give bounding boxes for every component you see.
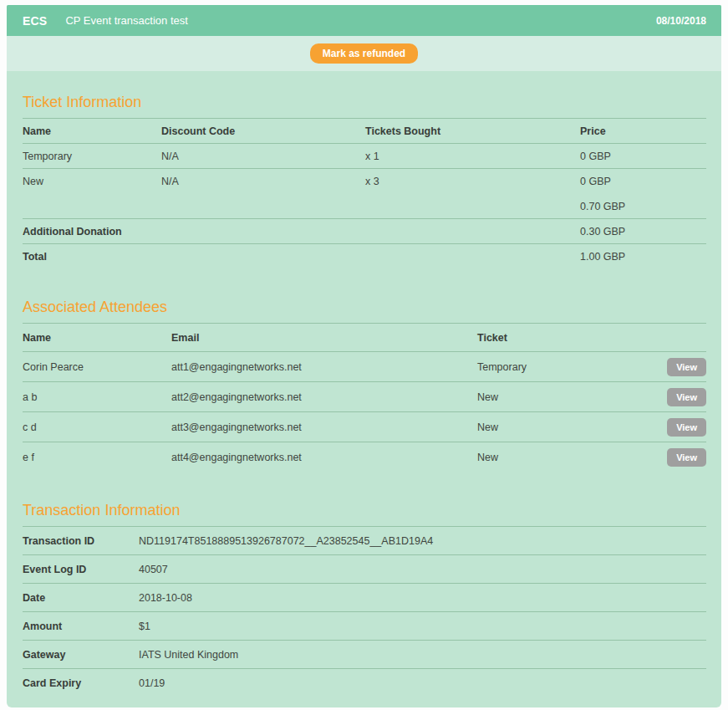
view-attendee-button[interactable]: View (667, 358, 706, 376)
table-row: 0.70 GBP (23, 194, 706, 219)
attendee-row: a b att2@engagingnetworks.net New View (23, 382, 706, 412)
attendee-row: e f att4@engagingnetworks.net New View (23, 442, 706, 472)
attendees-table-header-row: Name Email Ticket (23, 324, 706, 352)
attendee-row: c d att3@engagingnetworks.net New View (23, 412, 706, 442)
additional-donation-label: Additional Donation (23, 226, 580, 238)
view-attendee-button[interactable]: View (667, 448, 706, 467)
app-logo: ECS (23, 14, 47, 28)
transaction-information-section: Transaction Information Transaction ID N… (23, 472, 706, 697)
card-expiry-row: Card Expiry 01/19 (23, 669, 706, 697)
total-label: Total (23, 251, 580, 263)
attendee-email: att4@engagingnetworks.net (171, 452, 477, 463)
associated-attendees-section: Associated Attendees Name Email Ticket C… (23, 269, 706, 472)
additional-donation-row: Additional Donation 0.30 GBP (23, 219, 706, 244)
attendee-ticket: Temporary (477, 361, 653, 373)
total-price: 1.00 GBP (580, 251, 706, 263)
table-row: Temporary N/A x 1 0 GBP (23, 144, 706, 169)
attendee-name: Corin Pearce (23, 361, 171, 373)
total-row: Total 1.00 GBP (23, 244, 706, 269)
transaction-detail-panel: ECS CP Event transaction test 08/10/2018… (7, 5, 721, 707)
card-expiry-value: 01/19 (139, 677, 706, 689)
attendee-row: Corin Pearce att1@engagingnetworks.net T… (23, 352, 706, 382)
attendee-ticket: New (477, 452, 653, 463)
ticket-information-section: Ticket Information Name Discount Code Ti… (23, 71, 706, 269)
column-header-name: Name (23, 125, 161, 137)
attendee-name: c d (23, 421, 171, 433)
event-log-id-row: Event Log ID 40507 (23, 555, 706, 584)
ticket-quantity: x 3 (365, 176, 580, 187)
attendee-email: att3@engagingnetworks.net (171, 421, 477, 433)
ticket-discount-code: N/A (161, 176, 365, 187)
date-label: Date (23, 592, 139, 604)
ticket-price: 0 GBP (580, 176, 706, 187)
transaction-information-heading: Transaction Information (23, 472, 706, 527)
associated-attendees-heading: Associated Attendees (23, 269, 706, 324)
amount-value: $1 (139, 621, 706, 632)
transaction-id-label: Transaction ID (23, 535, 139, 547)
additional-donation-price: 0.30 GBP (580, 226, 706, 238)
attendee-name: e f (23, 452, 171, 463)
column-header-ticket: Ticket (477, 332, 653, 344)
transaction-id-value: ND119174T8518889513926787072__A23852545_… (139, 535, 706, 547)
attendee-name: a b (23, 391, 171, 403)
column-header-name: Name (23, 332, 171, 344)
attendee-email: att2@engagingnetworks.net (171, 391, 477, 403)
column-header-discount-code: Discount Code (161, 125, 365, 137)
ticket-quantity: x 1 (365, 151, 580, 162)
ticket-name: New (23, 176, 161, 187)
ticket-discount-code: N/A (161, 151, 365, 162)
gateway-label: Gateway (23, 649, 139, 661)
attendee-ticket: New (477, 391, 653, 403)
amount-row: Amount $1 (23, 612, 706, 641)
transaction-id-row: Transaction ID ND119174T8518889513926787… (23, 527, 706, 555)
action-toolbar: Mark as refunded (7, 36, 721, 71)
ticket-price: 0 GBP (580, 151, 706, 162)
amount-label: Amount (23, 621, 139, 632)
event-log-id-label: Event Log ID (23, 564, 139, 575)
card-expiry-label: Card Expiry (23, 677, 139, 689)
ticket-name: Temporary (23, 151, 161, 162)
table-row: New N/A x 3 0 GBP (23, 169, 706, 194)
mark-as-refunded-button[interactable]: Mark as refunded (310, 43, 418, 64)
view-attendee-button[interactable]: View (667, 418, 706, 437)
ticket-information-heading: Ticket Information (23, 71, 706, 119)
header-date: 08/10/2018 (656, 15, 706, 27)
ticket-table-header-row: Name Discount Code Tickets Bought Price (23, 119, 706, 144)
gateway-value: IATS United Kingdom (139, 649, 706, 661)
view-attendee-button[interactable]: View (667, 388, 706, 406)
gateway-row: Gateway IATS United Kingdom (23, 641, 706, 669)
date-value: 2018-10-08 (139, 592, 706, 604)
column-header-tickets-bought: Tickets Bought (365, 125, 580, 137)
column-header-price: Price (580, 125, 706, 137)
attendee-email: att1@engagingnetworks.net (171, 361, 477, 373)
date-row: Date 2018-10-08 (23, 584, 706, 612)
ticket-subtotal-price: 0.70 GBP (580, 201, 706, 212)
header-bar: ECS CP Event transaction test 08/10/2018 (7, 5, 721, 36)
main-content: Ticket Information Name Discount Code Ti… (7, 71, 721, 707)
column-header-email: Email (171, 332, 477, 344)
event-log-id-value: 40507 (139, 564, 706, 575)
attendee-ticket: New (477, 421, 653, 433)
page-title: CP Event transaction test (65, 14, 187, 27)
